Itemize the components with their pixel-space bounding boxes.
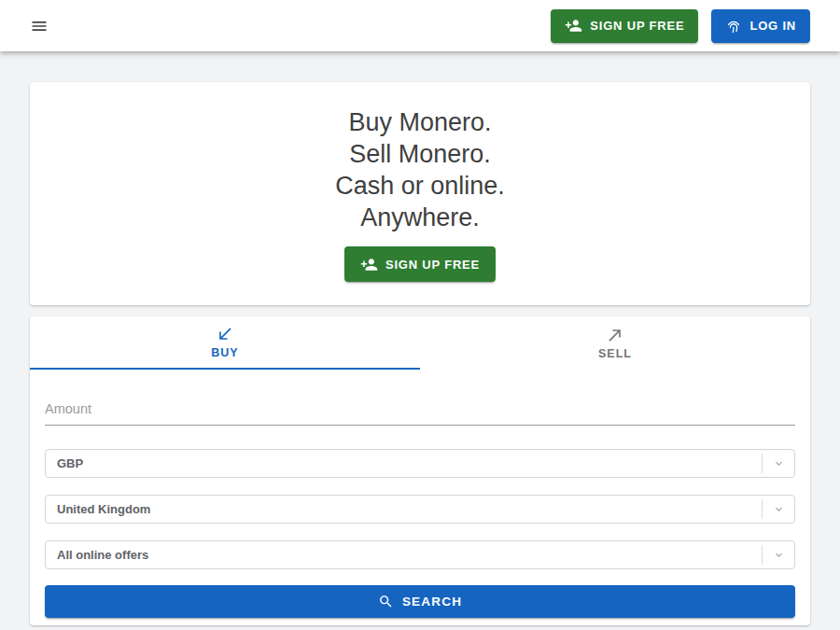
currency-select[interactable]: GBP [45,449,795,478]
trade-tabs: BUY SELL [30,316,810,370]
tab-sell-label: SELL [598,347,632,360]
fingerprint-icon [725,18,742,35]
search-button-label: SEARCH [402,595,462,609]
top-app-bar: SIGN UP FREE LOG IN [0,0,840,51]
country-select-value: United Kingdom [46,502,762,516]
hero-line-3: Cash or online. [49,170,791,202]
arrow-down-left-icon [216,325,234,343]
signup-free-button[interactable]: SIGN UP FREE [551,9,698,43]
hamburger-menu-button[interactable] [22,9,56,43]
chevron-down-icon [763,549,794,561]
hero-title: Buy Monero. Sell Monero. Cash or online.… [49,106,791,233]
hero-line-1: Buy Monero. [49,106,791,138]
amount-input[interactable] [45,398,795,426]
currency-select-value: GBP [46,456,762,470]
country-select[interactable]: United Kingdom [45,495,795,524]
person-add-icon [360,256,378,273]
hero-signup-label: SIGN UP FREE [385,258,480,272]
hero-line-4: Anywhere. [49,202,791,233]
tab-buy[interactable]: BUY [30,316,420,370]
chevron-down-icon [763,457,794,469]
tab-sell[interactable]: SELL [420,316,810,370]
main-content: Buy Monero. Sell Monero. Cash or online.… [0,82,840,625]
trade-card: BUY SELL GBP [30,316,810,625]
amount-field-wrap [45,398,795,426]
arrow-up-right-icon [606,326,624,344]
hero-line-2: Sell Monero. [49,138,791,170]
hamburger-menu-icon [30,17,49,35]
tab-buy-label: BUY [211,346,238,359]
search-form: GBP United Kingdom All online offers [30,370,810,625]
login-label: LOG IN [749,19,796,33]
search-button[interactable]: SEARCH [45,585,795,618]
page: SIGN UP FREE LOG IN Buy Monero. Sell Mon… [0,0,840,630]
chevron-down-icon [763,503,794,515]
login-button[interactable]: LOG IN [711,9,810,43]
search-icon [378,594,394,609]
signup-free-label: SIGN UP FREE [590,19,684,33]
offer-type-select-value: All online offers [46,548,762,562]
hero-signup-button[interactable]: SIGN UP FREE [344,246,496,282]
offer-type-select[interactable]: All online offers [45,540,795,569]
person-add-icon [565,17,582,35]
hero-card: Buy Monero. Sell Monero. Cash or online.… [30,82,810,305]
